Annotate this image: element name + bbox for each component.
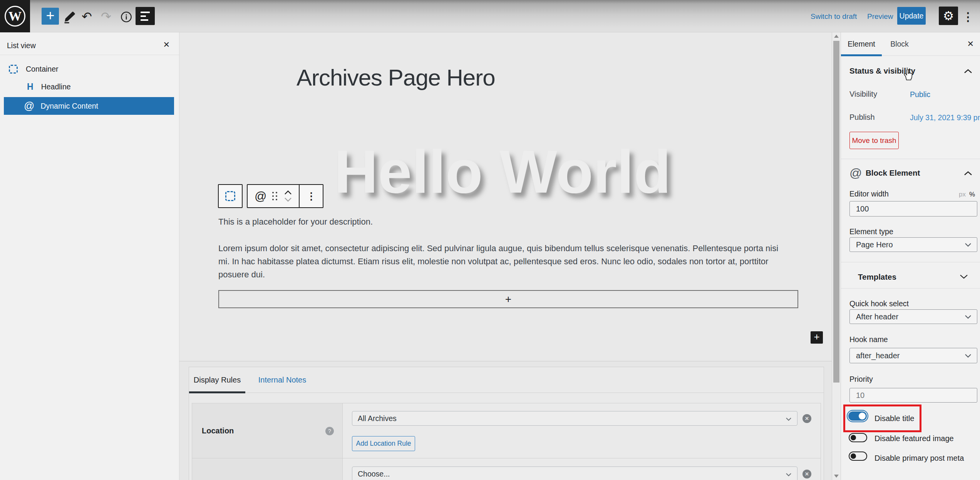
display-rules-table: Location ? All Archives ✕ Add Location R…	[192, 403, 821, 480]
move-to-trash-button[interactable]: Move to trash	[849, 132, 899, 149]
gear-icon: ⚙	[943, 8, 954, 23]
element-type-select[interactable]: Page Hero	[849, 237, 977, 252]
scroll-down-arrow-icon[interactable]	[834, 475, 839, 478]
options-menu-icon[interactable]: ⋮	[962, 10, 974, 23]
block-element-title[interactable]: Block Element	[866, 168, 920, 178]
remove-rule-icon[interactable]: ✕	[802, 470, 811, 478]
tab-element[interactable]: Element	[841, 32, 882, 56]
unit-px-button[interactable]: px	[959, 191, 966, 198]
headline-block-icon: H	[27, 82, 34, 92]
exclusion-rule-row: Choose... ✕	[192, 458, 821, 480]
dynamic-content-block-icon: @	[24, 101, 34, 111]
location-rule-cell: All Archives ✕ Add Location Rule	[343, 403, 821, 458]
location-select[interactable]: All Archives	[352, 411, 797, 426]
tab-internal-notes[interactable]: Internal Notes	[253, 367, 311, 393]
visibility-label: Visibility	[849, 90, 877, 99]
update-button[interactable]: Update	[897, 7, 926, 25]
block-appender[interactable]: +	[218, 290, 798, 308]
body-paragraph[interactable]: Lorem ipsum dolor sit amet, consectetur …	[218, 242, 787, 281]
priority-input[interactable]: 10	[849, 388, 977, 403]
location-rule-row: Location ? All Archives ✕ Add Location R…	[192, 403, 821, 458]
templates-toggle[interactable]: Templates	[858, 272, 896, 282]
help-icon[interactable]: ?	[325, 427, 334, 435]
disable-title-toggle[interactable]	[848, 411, 867, 421]
exclusion-select[interactable]: Choose...	[352, 467, 797, 480]
status-visibility-panel: Status & visibility Visibility Public Pu…	[841, 56, 980, 159]
preview-link[interactable]: Preview	[867, 12, 893, 21]
details-icon[interactable]	[120, 11, 132, 23]
tab-display-rules[interactable]: Display Rules	[189, 367, 245, 393]
disable-featured-image-toggle[interactable]	[849, 433, 867, 442]
add-block-button[interactable]: +	[42, 8, 59, 25]
quick-hook-label: Quick hook select	[849, 299, 909, 308]
expand-chevron-icon[interactable]	[959, 274, 968, 279]
display-rules-metabox: Display Rules Internal Notes Location ? …	[189, 367, 824, 480]
list-view-item-label: Container	[26, 65, 59, 74]
inserter-toggle-button[interactable]: +	[811, 331, 823, 344]
add-location-rule-button[interactable]: Add Location Rule	[352, 436, 415, 451]
collapse-chevron-icon[interactable]	[963, 68, 973, 74]
canvas-scrollbar[interactable]	[832, 32, 841, 480]
chevron-down-icon	[786, 417, 792, 421]
move-down-icon	[283, 197, 293, 203]
list-view-title: List view	[7, 41, 36, 50]
description-placeholder[interactable]: This is a placeholder for your descripti…	[218, 217, 373, 227]
chevron-down-icon	[965, 243, 972, 247]
quick-hook-value: After header	[856, 312, 898, 321]
container-block-icon	[9, 65, 18, 74]
edit-tool-icon[interactable]	[63, 10, 77, 24]
container-block-icon	[225, 191, 235, 201]
list-view-close-icon[interactable]: ✕	[163, 40, 170, 49]
location-label-cell: Location ?	[192, 403, 343, 458]
disable-primary-post-meta-toggle[interactable]	[849, 451, 867, 461]
disable-featured-image-label: Disable featured image	[874, 434, 954, 443]
move-up-icon[interactable]	[283, 190, 293, 195]
sidebar-tabs: Element Block ✕	[841, 32, 980, 56]
scroll-up-arrow-icon[interactable]	[834, 35, 839, 38]
list-view-item-headline[interactable]: H Headline	[0, 78, 179, 96]
location-select-value: All Archives	[358, 414, 397, 423]
drag-handle-icon[interactable]	[272, 192, 277, 200]
unit-percent-button[interactable]: %	[969, 191, 975, 198]
list-view-toggle-button[interactable]	[136, 7, 155, 25]
undo-icon[interactable]: ↶	[82, 9, 92, 24]
select-parent-container-button[interactable]	[218, 184, 243, 208]
collapse-chevron-icon[interactable]	[963, 170, 973, 176]
divider	[299, 185, 300, 207]
divider	[0, 55, 179, 55]
exclusion-rule-cell: Choose... ✕	[343, 458, 821, 480]
exclusion-select-value: Choose...	[358, 470, 390, 478]
editor-canvas: Archives Page Hero Hello World @ ⋮ This …	[179, 32, 832, 361]
disable-primary-post-meta-label: Disable primary post meta	[874, 454, 964, 463]
priority-label: Priority	[849, 375, 873, 384]
hook-name-select[interactable]: after_header	[849, 348, 977, 363]
sidebar-close-icon[interactable]: ✕	[967, 39, 974, 49]
plus-icon: +	[505, 293, 511, 305]
switch-to-draft-link[interactable]: Switch to draft	[811, 12, 857, 21]
tab-block[interactable]: Block	[882, 32, 917, 56]
settings-sidebar: Element Block ✕ Status & visibility Visi…	[841, 32, 980, 480]
settings-toggle-button[interactable]: ⚙	[939, 7, 958, 25]
chevron-down-icon	[786, 473, 792, 477]
hook-name-value: after_header	[856, 351, 900, 360]
list-view-item-dynamic-content[interactable]: @ Dynamic Content	[4, 97, 174, 115]
block-toolbar: @ ⋮	[218, 184, 323, 208]
scrollbar-thumb[interactable]	[833, 41, 839, 383]
divider	[841, 288, 980, 289]
visibility-value-link[interactable]: Public	[910, 90, 930, 99]
element-type-label: Element type	[849, 227, 893, 236]
wordpress-logo-icon: W	[5, 6, 25, 27]
location-label: Location	[202, 426, 234, 435]
remove-rule-icon[interactable]: ✕	[802, 414, 811, 423]
hook-name-label: Hook name	[849, 335, 888, 344]
editor-topbar: W + ↶ ↷ Switch to draft Preview Update ⚙…	[0, 0, 980, 32]
post-title[interactable]: Archives Page Hero	[297, 64, 495, 91]
dynamic-content-block-icon[interactable]: @	[255, 190, 266, 202]
list-view-item-container[interactable]: Container	[0, 60, 179, 78]
wordpress-menu-button[interactable]: W	[0, 0, 30, 32]
block-options-icon[interactable]: ⋮	[306, 190, 316, 202]
list-view-item-label: Headline	[41, 82, 71, 91]
quick-hook-select[interactable]: After header	[849, 309, 977, 324]
editor-width-input[interactable]: 100	[849, 201, 977, 217]
publish-value-link[interactable]: July 31, 2021 9:39 pm	[910, 113, 980, 122]
